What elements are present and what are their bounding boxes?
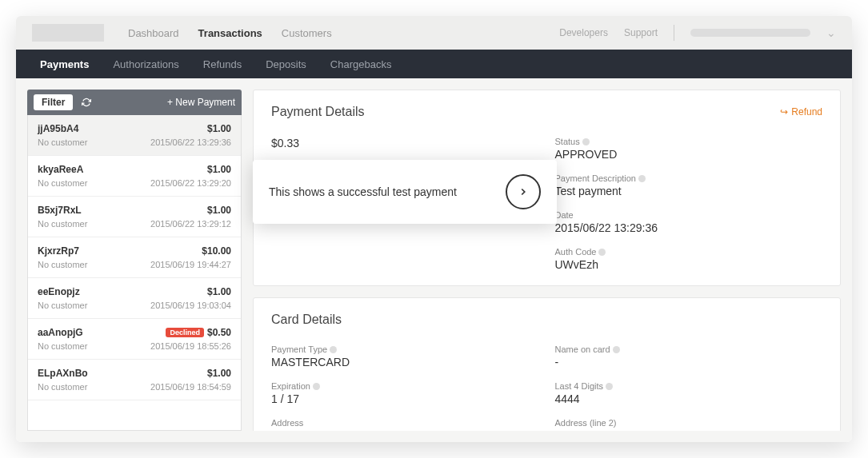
payment-date: 2015/06/19 19:44:27 <box>150 260 231 269</box>
last4-label: Last 4 Digits <box>555 381 604 391</box>
payment-row[interactable]: kkyaReeA$1.00No customer2015/06/22 13:29… <box>28 156 241 197</box>
callout-next-button[interactable] <box>506 174 541 209</box>
chevron-down-icon[interactable]: ⌄ <box>826 26 836 39</box>
payment-amount: $1.00 <box>207 368 231 379</box>
logo-placeholder <box>32 24 104 42</box>
filter-label: Filter <box>42 97 65 108</box>
name-value: - <box>555 356 823 368</box>
payment-date: 2015/06/22 13:29:12 <box>150 219 231 229</box>
payment-date: 2015/06/19 18:55:26 <box>150 341 231 351</box>
support-link[interactable]: Support <box>624 27 658 38</box>
info-icon <box>638 175 646 182</box>
top-right: Developers Support ⌄ <box>559 25 836 41</box>
sub-nav: PaymentsAuthorizationsRefundsDepositsCha… <box>16 50 852 78</box>
payment-row[interactable]: KjxrzRp7$10.00No customer2015/06/19 19:4… <box>28 237 241 278</box>
name-label: Name on card <box>555 344 610 354</box>
main: Payment Details ↪ Refund $0.33 Status AP… <box>253 90 841 431</box>
top-bar: DashboardTransactionsCustomers Developer… <box>16 16 852 50</box>
info-icon <box>313 383 320 390</box>
payment-row[interactable]: jjA95bA4$1.00No customer2015/06/22 13:29… <box>28 115 241 156</box>
payment-row[interactable]: B5xj7RxL$1.00No customer2015/06/22 13:29… <box>28 197 241 237</box>
info-icon <box>606 383 613 390</box>
payment-ref: aaAnopjG <box>38 327 83 338</box>
payment-customer: No customer <box>38 219 87 229</box>
payment-date: 2015/06/22 13:29:36 <box>150 137 231 147</box>
date-label: Date <box>555 210 574 220</box>
payment-ref: jjA95bA4 <box>38 123 78 134</box>
card-details-title: Card Details <box>271 313 342 327</box>
card-details-panel: Card Details Payment Type MASTERCARD Nam… <box>253 297 841 431</box>
declined-badge: Declined <box>166 328 204 337</box>
separator <box>674 25 674 41</box>
subnav-item-authorizations[interactable]: Authorizations <box>113 58 178 70</box>
filter-button[interactable]: Filter <box>34 94 73 110</box>
payment-ref: kkyaReeA <box>38 164 83 175</box>
payment-date: 2015/06/19 19:03:04 <box>150 301 231 310</box>
date-value: 2015/06/22 13:29:36 <box>555 221 823 234</box>
subnav-item-payments[interactable]: Payments <box>40 58 89 70</box>
developers-link[interactable]: Developers <box>559 27 608 38</box>
subnav-item-deposits[interactable]: Deposits <box>266 58 306 70</box>
payment-amount: $0.50 <box>207 327 231 338</box>
info-icon <box>613 346 620 353</box>
subnav-item-refunds[interactable]: Refunds <box>203 58 242 70</box>
exp-value: 1 / 17 <box>271 392 539 405</box>
payment-date: 2015/06/19 18:54:59 <box>150 382 231 392</box>
payment-row[interactable]: eeEnopjz$1.00No customer2015/06/19 19:03… <box>28 278 241 319</box>
refund-arrow-icon: ↪ <box>780 106 788 117</box>
last4-value: 4444 <box>555 392 823 405</box>
payment-amount: $1.00 <box>207 164 231 175</box>
topnav-item-dashboard[interactable]: Dashboard <box>128 27 179 39</box>
sidebar-header: Filter + New Payment <box>27 90 242 115</box>
payment-ref: B5xj7RxL <box>38 205 82 216</box>
auth-value: UWvEzh <box>555 258 823 271</box>
info-icon <box>598 249 606 256</box>
payment-amount: $10.00 <box>202 245 231 257</box>
desc-value: Test payment <box>555 185 823 197</box>
addr2-label: Address (line 2) <box>555 418 617 428</box>
type-value: MASTERCARD <box>271 356 539 368</box>
payment-row[interactable]: aaAnopjGDeclined$0.50No customer2015/06/… <box>28 319 241 360</box>
status-label: Status <box>555 137 580 146</box>
account-select[interactable] <box>690 29 810 37</box>
payment-amount: $1.00 <box>207 205 231 216</box>
payment-customer: No customer <box>38 260 87 269</box>
info-icon <box>582 138 590 145</box>
refund-label: Refund <box>791 106 822 117</box>
payment-amount: $1.00 <box>207 123 231 134</box>
payment-date: 2015/06/22 13:29:20 <box>150 178 231 188</box>
payment-details-title: Payment Details <box>271 105 365 119</box>
payment-customer: No customer <box>38 178 87 188</box>
new-payment-button[interactable]: + New Payment <box>167 97 235 108</box>
topnav-item-transactions[interactable]: Transactions <box>198 27 262 39</box>
top-nav: DashboardTransactionsCustomers <box>128 27 559 39</box>
status-value: APPROVED <box>555 148 823 161</box>
exp-label: Expiration <box>271 381 310 391</box>
payment-list: jjA95bA4$1.00No customer2015/06/22 13:29… <box>27 115 242 431</box>
payment-customer: No customer <box>38 382 87 392</box>
tutorial-callout: This shows a successful test payment <box>253 160 557 224</box>
refresh-button[interactable] <box>78 94 95 110</box>
sidebar: Filter + New Payment jjA95bA4$1.00No cus… <box>27 90 242 431</box>
payment-customer: No customer <box>38 301 87 310</box>
topnav-item-customers[interactable]: Customers <box>282 27 332 39</box>
payment-amount: $1.00 <box>207 286 231 297</box>
content: Filter + New Payment jjA95bA4$1.00No cus… <box>16 78 852 442</box>
auth-label: Auth Code <box>555 247 597 257</box>
desc-label: Payment Description <box>555 173 637 183</box>
refund-button[interactable]: ↪ Refund <box>780 106 822 117</box>
payment-row[interactable]: ELpAXnBo$1.00No customer2015/06/19 18:54… <box>28 360 241 400</box>
refresh-icon <box>82 98 91 107</box>
payment-ref: KjxrzRp7 <box>38 245 79 257</box>
subnav-item-chargebacks[interactable]: Chargebacks <box>330 58 392 70</box>
info-icon <box>330 346 337 353</box>
partial-amount-value: $0.33 <box>271 137 539 149</box>
payment-customer: No customer <box>38 137 87 147</box>
type-label: Payment Type <box>271 344 327 354</box>
payment-ref: ELpAXnBo <box>38 368 88 379</box>
addr-label: Address <box>271 418 303 428</box>
chevron-right-icon <box>518 186 529 197</box>
payment-customer: No customer <box>38 341 87 351</box>
callout-text: This shows a successful test payment <box>269 185 457 198</box>
payment-ref: eeEnopjz <box>38 286 80 297</box>
